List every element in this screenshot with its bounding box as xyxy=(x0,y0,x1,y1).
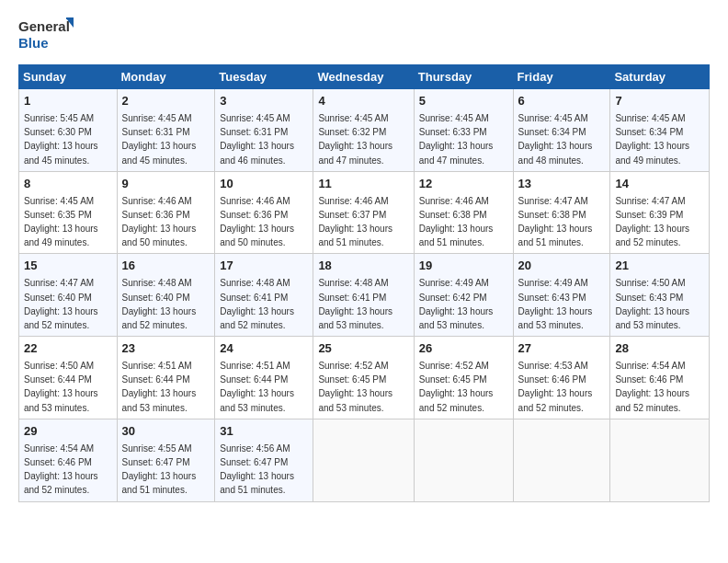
day-info: Sunrise: 4:46 AMSunset: 6:38 PMDaylight:… xyxy=(419,196,494,248)
day-number: 20 xyxy=(518,258,606,275)
day-cell xyxy=(610,419,710,501)
day-info: Sunrise: 4:45 AMSunset: 6:32 PMDaylight:… xyxy=(318,113,392,166)
day-cell: 29Sunrise: 4:54 AMSunset: 6:46 PMDayligh… xyxy=(19,419,118,501)
week-row-5: 29Sunrise: 4:54 AMSunset: 6:46 PMDayligh… xyxy=(19,419,710,501)
day-info: Sunrise: 5:45 AMSunset: 6:30 PMDaylight:… xyxy=(24,113,98,166)
day-number: 2 xyxy=(122,93,210,110)
week-row-2: 8Sunrise: 4:45 AMSunset: 6:35 PMDaylight… xyxy=(19,171,710,254)
day-cell: 17Sunrise: 4:48 AMSunset: 6:41 PMDayligh… xyxy=(215,254,313,337)
day-number: 27 xyxy=(518,340,606,358)
logo: General Blue xyxy=(18,15,74,55)
day-cell xyxy=(313,419,414,501)
day-info: Sunrise: 4:52 AMSunset: 6:45 PMDaylight:… xyxy=(419,361,494,413)
day-cell: 24Sunrise: 4:51 AMSunset: 6:44 PMDayligh… xyxy=(215,337,313,419)
col-header-saturday: Saturday xyxy=(610,65,710,89)
day-number: 12 xyxy=(419,176,508,193)
day-cell: 10Sunrise: 4:46 AMSunset: 6:36 PMDayligh… xyxy=(215,171,313,254)
day-number: 15 xyxy=(24,258,112,275)
day-info: Sunrise: 4:54 AMSunset: 6:46 PMDaylight:… xyxy=(615,361,689,413)
day-number: 13 xyxy=(518,176,606,193)
day-cell: 3Sunrise: 4:45 AMSunset: 6:31 PMDaylight… xyxy=(215,89,313,172)
day-cell: 25Sunrise: 4:52 AMSunset: 6:45 PMDayligh… xyxy=(313,337,414,419)
col-header-tuesday: Tuesday xyxy=(215,65,313,89)
day-cell: 22Sunrise: 4:50 AMSunset: 6:44 PMDayligh… xyxy=(19,337,118,419)
week-row-4: 22Sunrise: 4:50 AMSunset: 6:44 PMDayligh… xyxy=(19,337,710,419)
day-cell: 11Sunrise: 4:46 AMSunset: 6:37 PMDayligh… xyxy=(313,171,414,254)
day-info: Sunrise: 4:45 AMSunset: 6:33 PMDaylight:… xyxy=(419,113,494,166)
day-info: Sunrise: 4:45 AMSunset: 6:35 PMDaylight:… xyxy=(24,196,98,248)
day-info: Sunrise: 4:50 AMSunset: 6:44 PMDaylight:… xyxy=(24,361,98,413)
day-cell: 1Sunrise: 5:45 AMSunset: 6:30 PMDaylight… xyxy=(19,89,118,172)
day-cell: 21Sunrise: 4:50 AMSunset: 6:43 PMDayligh… xyxy=(610,254,710,337)
day-number: 25 xyxy=(318,340,408,358)
day-number: 19 xyxy=(419,258,508,275)
day-cell: 6Sunrise: 4:45 AMSunset: 6:34 PMDaylight… xyxy=(513,89,610,172)
day-info: Sunrise: 4:55 AMSunset: 6:47 PMDaylight:… xyxy=(122,443,197,496)
day-info: Sunrise: 4:46 AMSunset: 6:37 PMDaylight:… xyxy=(318,196,392,248)
day-number: 17 xyxy=(220,258,308,275)
col-header-friday: Friday xyxy=(513,65,610,89)
day-cell: 9Sunrise: 4:46 AMSunset: 6:36 PMDaylight… xyxy=(117,171,215,254)
day-number: 8 xyxy=(24,176,112,193)
day-info: Sunrise: 4:47 AMSunset: 6:39 PMDaylight:… xyxy=(615,196,689,248)
day-cell: 19Sunrise: 4:49 AMSunset: 6:42 PMDayligh… xyxy=(414,254,513,337)
day-number: 1 xyxy=(24,93,112,110)
day-info: Sunrise: 4:46 AMSunset: 6:36 PMDaylight:… xyxy=(220,196,294,248)
day-info: Sunrise: 4:47 AMSunset: 6:38 PMDaylight:… xyxy=(518,196,593,248)
day-info: Sunrise: 4:45 AMSunset: 6:31 PMDaylight:… xyxy=(220,113,294,166)
calendar-table: SundayMondayTuesdayWednesdayThursdayFrid… xyxy=(18,64,710,502)
day-number: 5 xyxy=(419,93,508,110)
day-info: Sunrise: 4:49 AMSunset: 6:43 PMDaylight:… xyxy=(518,278,593,330)
day-cell: 20Sunrise: 4:49 AMSunset: 6:43 PMDayligh… xyxy=(513,254,610,337)
day-cell: 14Sunrise: 4:47 AMSunset: 6:39 PMDayligh… xyxy=(610,171,710,254)
day-cell: 13Sunrise: 4:47 AMSunset: 6:38 PMDayligh… xyxy=(513,171,610,254)
svg-text:General: General xyxy=(18,18,70,34)
day-cell: 28Sunrise: 4:54 AMSunset: 6:46 PMDayligh… xyxy=(610,337,710,419)
day-number: 3 xyxy=(220,93,308,110)
day-number: 14 xyxy=(615,176,704,193)
day-number: 6 xyxy=(518,93,606,110)
day-info: Sunrise: 4:48 AMSunset: 6:40 PMDaylight:… xyxy=(122,278,197,330)
day-number: 7 xyxy=(615,93,704,110)
day-info: Sunrise: 4:47 AMSunset: 6:40 PMDaylight:… xyxy=(24,278,98,330)
svg-text:Blue: Blue xyxy=(18,35,49,51)
col-header-monday: Monday xyxy=(117,65,215,89)
day-number: 16 xyxy=(122,258,210,275)
day-cell xyxy=(414,419,513,501)
day-number: 28 xyxy=(615,340,704,358)
day-info: Sunrise: 4:52 AMSunset: 6:45 PMDaylight:… xyxy=(318,361,392,413)
day-cell: 27Sunrise: 4:53 AMSunset: 6:46 PMDayligh… xyxy=(513,337,610,419)
col-header-thursday: Thursday xyxy=(414,65,513,89)
day-cell: 31Sunrise: 4:56 AMSunset: 6:47 PMDayligh… xyxy=(215,419,313,501)
day-info: Sunrise: 4:45 AMSunset: 6:34 PMDaylight:… xyxy=(518,113,593,166)
day-number: 18 xyxy=(318,258,408,275)
day-cell: 8Sunrise: 4:45 AMSunset: 6:35 PMDaylight… xyxy=(19,171,118,254)
day-info: Sunrise: 4:56 AMSunset: 6:47 PMDaylight:… xyxy=(220,443,294,496)
calendar-header-row: SundayMondayTuesdayWednesdayThursdayFrid… xyxy=(19,65,710,89)
day-info: Sunrise: 4:49 AMSunset: 6:42 PMDaylight:… xyxy=(419,278,494,330)
day-number: 24 xyxy=(220,340,308,358)
day-cell: 18Sunrise: 4:48 AMSunset: 6:41 PMDayligh… xyxy=(313,254,414,337)
day-info: Sunrise: 4:48 AMSunset: 6:41 PMDaylight:… xyxy=(220,278,294,330)
day-number: 21 xyxy=(615,258,704,275)
col-header-wednesday: Wednesday xyxy=(313,65,414,89)
week-row-3: 15Sunrise: 4:47 AMSunset: 6:40 PMDayligh… xyxy=(19,254,710,337)
col-header-sunday: Sunday xyxy=(19,65,118,89)
day-number: 30 xyxy=(122,423,210,441)
day-info: Sunrise: 4:50 AMSunset: 6:43 PMDaylight:… xyxy=(615,278,689,330)
day-cell xyxy=(513,419,610,501)
day-info: Sunrise: 4:54 AMSunset: 6:46 PMDaylight:… xyxy=(24,443,98,496)
day-info: Sunrise: 4:51 AMSunset: 6:44 PMDaylight:… xyxy=(122,361,197,413)
day-cell: 23Sunrise: 4:51 AMSunset: 6:44 PMDayligh… xyxy=(117,337,215,419)
week-row-1: 1Sunrise: 5:45 AMSunset: 6:30 PMDaylight… xyxy=(19,89,710,172)
day-cell: 2Sunrise: 4:45 AMSunset: 6:31 PMDaylight… xyxy=(117,89,215,172)
day-info: Sunrise: 4:51 AMSunset: 6:44 PMDaylight:… xyxy=(220,361,294,413)
day-number: 4 xyxy=(318,93,408,110)
day-number: 9 xyxy=(122,176,210,193)
day-info: Sunrise: 4:45 AMSunset: 6:31 PMDaylight:… xyxy=(122,113,197,166)
day-cell: 12Sunrise: 4:46 AMSunset: 6:38 PMDayligh… xyxy=(414,171,513,254)
day-number: 26 xyxy=(419,340,508,358)
page-header: General Blue xyxy=(18,15,710,55)
day-info: Sunrise: 4:48 AMSunset: 6:41 PMDaylight:… xyxy=(318,278,392,330)
day-number: 29 xyxy=(24,423,112,441)
